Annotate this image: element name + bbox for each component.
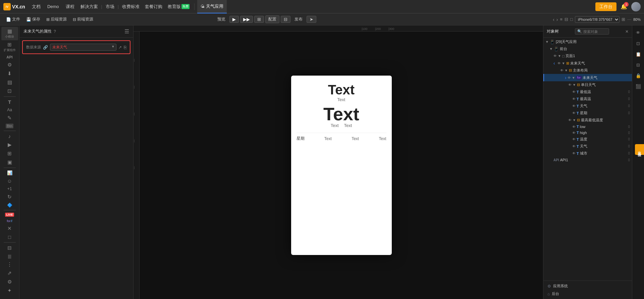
nav-left-arrow[interactable]: ‹	[553, 60, 555, 66]
properties-help-icon[interactable]: ?	[54, 29, 56, 34]
tree-item-sky[interactable]: 👁 T 天气 0	[543, 143, 632, 150]
save-button[interactable]: 💾 保存	[23, 15, 43, 23]
tree-expand-future-for[interactable]: ▼	[572, 76, 575, 80]
tree-item-weekday[interactable]: 👁 T 星期 0	[543, 110, 632, 117]
sidebar-number[interactable]: +1	[1, 185, 18, 193]
eye-icon-main[interactable]: 👁	[560, 69, 564, 72]
nav-market[interactable]: 市场	[104, 4, 116, 10]
preview-play-button[interactable]: ▶	[229, 16, 239, 23]
tree-item-backend[interactable]: ⌂ 后台	[545, 290, 630, 298]
tree-item-app[interactable]: ▼ 📱 [29]天气应用	[543, 38, 632, 45]
sidebar-grid2[interactable]: ⊟	[1, 244, 18, 252]
eye-icon-future-for[interactable]: 👁	[568, 76, 571, 80]
tree-expand-maxmin[interactable]: ▼	[573, 118, 576, 122]
publish-label[interactable]: 发布	[292, 15, 305, 23]
config-button[interactable]: 配置	[265, 15, 279, 23]
preview-label[interactable]: 预览	[215, 15, 228, 23]
datasource-external-icon[interactable]: ↗	[118, 45, 122, 50]
backend-resources-button[interactable]: ⊞ 后端资源	[44, 15, 69, 23]
tree-item-api1[interactable]: API API1 0	[543, 157, 632, 163]
notification-bell[interactable]: 🔔 1	[621, 3, 627, 10]
sidebar-share[interactable]: ⇗	[1, 269, 18, 277]
sidebar-api[interactable]: API	[1, 54, 18, 60]
eye-icon-weekday[interactable]: 👁	[572, 111, 576, 115]
eye-icon-temperature[interactable]: 👁	[572, 137, 576, 141]
eye-icon-high[interactable]: 👁	[572, 131, 576, 135]
nav-course[interactable]: 课程	[63, 4, 77, 10]
eye-icon-low[interactable]: 👁	[572, 125, 576, 129]
layout-grid-button[interactable]: ⊞	[254, 16, 264, 23]
sidebar-for[interactable]: for if	[1, 218, 18, 224]
tree-expand-app[interactable]: ▼	[545, 40, 549, 44]
nav-education[interactable]: 教育版 免费	[166, 4, 192, 10]
search-close-icon[interactable]: ✕	[625, 29, 629, 34]
sidebar-close2[interactable]: ✕	[1, 224, 18, 233]
edge-icon6[interactable]: ⬛	[634, 82, 643, 91]
eye-icon-future[interactable]: 👁	[557, 61, 561, 65]
tree-item-city[interactable]: 👁 T 城市 0	[543, 150, 632, 157]
tree-item-future-for[interactable]: › 👁 ▼ for 未来天气	[543, 74, 632, 81]
tree-expand-single[interactable]: ▼	[573, 83, 576, 87]
datasource-copy-icon[interactable]: ⎘	[124, 45, 126, 50]
tree-item-max-temp[interactable]: 👁 T 最高温 0	[543, 95, 632, 102]
edge-icon5[interactable]: 🔒	[634, 71, 643, 80]
sidebar-btn[interactable]: Btn	[1, 122, 18, 130]
scale-icon1[interactable]: ⊞	[622, 17, 625, 22]
edge-icon4[interactable]: ⊟	[634, 60, 643, 69]
sidebar-pen[interactable]: ✎	[1, 114, 18, 122]
nav-right-arrow[interactable]: ›	[565, 75, 567, 80]
edge-icon3[interactable]: 📋	[634, 50, 643, 58]
device-selector[interactable]: iPhone6/7/8 375*667	[575, 16, 620, 23]
eye-icon-single[interactable]: 👁	[568, 83, 572, 87]
nav-solutions[interactable]: 解决方案	[78, 4, 100, 10]
sidebar-aa[interactable]: Aa	[1, 106, 18, 114]
nav-forward-button[interactable]: ›	[556, 17, 558, 22]
tree-expand-frontend[interactable]: ▼	[549, 47, 553, 51]
sidebar-module[interactable]: ▦ 小模块	[1, 27, 18, 40]
tree-item-app-system[interactable]: ⚙ 应用系统	[545, 282, 630, 290]
datasource-value-container[interactable]: 未来天气 ▼	[50, 44, 116, 51]
search-input[interactable]	[583, 30, 607, 34]
sidebar-live[interactable]: LIVE	[1, 211, 18, 218]
nav-pricing[interactable]: 收费标准	[120, 4, 142, 10]
tree-item-frontend[interactable]: ▼ 📱 前台	[543, 45, 632, 52]
config-slider-button[interactable]: ⊟	[281, 16, 290, 23]
sidebar-face[interactable]: ☺	[1, 177, 18, 185]
sidebar-puzzle[interactable]: 🔷	[1, 201, 18, 209]
toolbar-icon1[interactable]: ≡	[560, 17, 563, 22]
tree-item-temperature[interactable]: 👁 T 温度 0	[543, 136, 632, 143]
workbench-button[interactable]: 工作台	[595, 2, 616, 11]
sidebar-nav-cog[interactable]: ⚙	[1, 277, 18, 286]
file-button[interactable]: 📄 文件	[3, 15, 23, 23]
sidebar-grid[interactable]: ⊡	[1, 87, 18, 95]
preview-play2-button[interactable]: ▶▶	[240, 16, 253, 23]
search-box[interactable]: 🔍	[575, 28, 609, 35]
tree-expand-future[interactable]: ▼	[562, 61, 565, 65]
sidebar-text[interactable]: T	[1, 98, 18, 106]
edge-icon1[interactable]: 👁	[634, 28, 643, 37]
avatar[interactable]	[631, 2, 641, 11]
eye-icon-sky[interactable]: 👁	[572, 144, 576, 148]
eye-icon-max[interactable]: 👁	[572, 97, 576, 101]
eye-icon-weather[interactable]: 👁	[572, 104, 576, 108]
properties-menu-icon[interactable]: ☰	[124, 28, 129, 35]
publish-send-button[interactable]: ➤	[307, 16, 316, 23]
frontend-resources-button[interactable]: ⊟ 前端资源	[70, 15, 96, 23]
nav-weather-app[interactable]: 🌤 天气应用	[197, 0, 227, 13]
toolbar-icon2[interactable]: ⊟	[565, 17, 568, 22]
sidebar-music[interactable]: ♪	[1, 132, 18, 140]
sidebar-download[interactable]: ⬇	[1, 69, 18, 78]
tree-item-main-layout[interactable]: 👁 ▼ ⊟ 主体布局	[543, 67, 632, 74]
floating-feedback[interactable]: 意见反馈	[635, 144, 644, 155]
tree-item-min-temp[interactable]: 👁 T 最低温 0	[543, 88, 632, 95]
tree-expand-main[interactable]: ▼	[565, 69, 568, 72]
sidebar-table[interactable]: ⊞	[1, 149, 18, 158]
sidebar-video[interactable]: ▶	[1, 140, 18, 149]
tree-item-low[interactable]: 👁 T low 0	[543, 124, 632, 130]
tree-item-page1[interactable]: 👁 ▼ □ 页面1	[543, 52, 632, 59]
logo[interactable]: iV VX.cn	[3, 3, 25, 10]
nav-docs[interactable]: 文档	[29, 4, 43, 10]
tree-item-weather[interactable]: 👁 T 天气 0	[543, 102, 632, 110]
sidebar-cols[interactable]: |||	[1, 252, 18, 260]
toolbar-icon3[interactable]: □	[570, 17, 573, 22]
